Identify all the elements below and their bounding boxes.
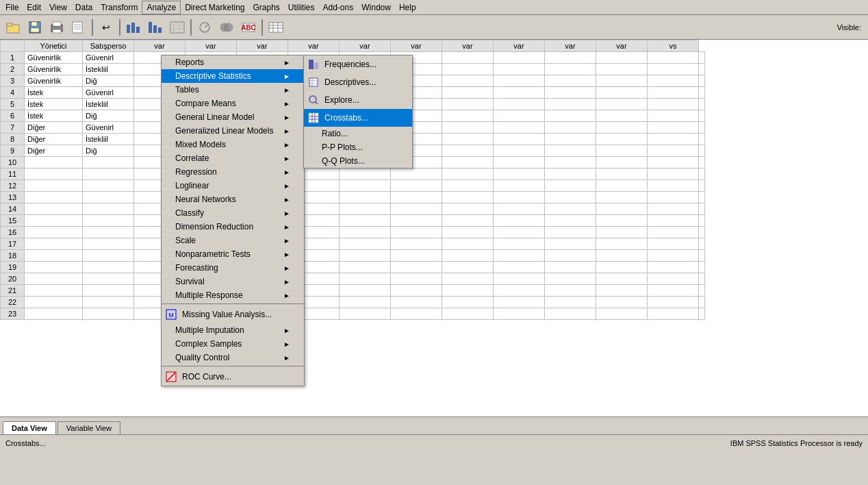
menu-ratio[interactable]: Ratio... xyxy=(304,127,412,140)
cell-col2[interactable] xyxy=(83,169,134,180)
cell-empty[interactable] xyxy=(648,180,699,192)
menu-frequencies[interactable]: Frequencies... xyxy=(304,55,412,73)
cell-empty[interactable] xyxy=(391,297,442,308)
cell-empty[interactable] xyxy=(596,157,648,169)
cell-col1[interactable]: Güvenirlik xyxy=(25,75,83,87)
report-button[interactable] xyxy=(68,18,89,37)
row-header[interactable]: 2 xyxy=(1,64,25,75)
cell-empty[interactable] xyxy=(442,110,494,122)
cell-empty[interactable] xyxy=(545,157,596,169)
cell-empty[interactable] xyxy=(442,134,494,145)
menu-descriptives[interactable]: Descriptives... xyxy=(304,73,412,91)
cell-empty[interactable] xyxy=(442,285,494,297)
row-header[interactable]: 6 xyxy=(1,110,25,122)
row-header[interactable]: 11 xyxy=(1,169,25,180)
cell-empty[interactable] xyxy=(391,285,442,297)
cell-col1[interactable] xyxy=(25,192,83,203)
cell-empty[interactable] xyxy=(545,122,596,134)
cell-empty[interactable] xyxy=(442,250,494,262)
cell-empty[interactable] xyxy=(699,227,705,238)
cell-empty[interactable] xyxy=(442,75,494,87)
cell-empty[interactable] xyxy=(391,262,442,273)
cell-empty[interactable] xyxy=(648,250,699,262)
cell-col2[interactable] xyxy=(83,297,134,308)
cell-col2[interactable]: Güvenirl xyxy=(83,52,134,64)
cell-empty[interactable] xyxy=(340,238,391,250)
chart-btn-2[interactable] xyxy=(145,18,166,37)
cell-empty[interactable] xyxy=(596,215,648,227)
col-header-6[interactable]: var xyxy=(288,40,340,52)
cell-empty[interactable] xyxy=(442,262,494,273)
menu-correlate[interactable]: Correlate► xyxy=(162,151,304,165)
row-header[interactable]: 23 xyxy=(1,308,25,320)
cell-col1[interactable] xyxy=(25,297,83,308)
row-header[interactable]: 19 xyxy=(1,262,25,273)
chart-btn-1[interactable] xyxy=(123,18,144,37)
data-view-button[interactable] xyxy=(266,18,286,37)
open-button[interactable] xyxy=(3,18,23,37)
cell-col2[interactable] xyxy=(83,273,134,285)
cell-empty[interactable] xyxy=(494,297,545,308)
menu-nonparametric[interactable]: Nonparametric Tests► xyxy=(162,247,304,261)
cell-col1[interactable] xyxy=(25,180,83,192)
menu-direct-marketing[interactable]: Direct Marketing xyxy=(181,1,248,14)
cell-empty[interactable] xyxy=(494,64,545,75)
cell-col2[interactable]: Diğ xyxy=(83,75,134,87)
compare-button[interactable] xyxy=(216,18,237,37)
row-header[interactable]: 15 xyxy=(1,215,25,227)
cell-empty[interactable] xyxy=(391,227,442,238)
print-button[interactable] xyxy=(47,18,67,37)
cell-col2[interactable] xyxy=(83,203,134,215)
cell-col1[interactable] xyxy=(25,227,83,238)
row-header[interactable]: 10 xyxy=(1,157,25,169)
cell-empty[interactable] xyxy=(648,64,699,75)
cell-empty[interactable] xyxy=(699,75,705,87)
cell-empty[interactable] xyxy=(648,203,699,215)
cell-empty[interactable] xyxy=(596,238,648,250)
cell-empty[interactable] xyxy=(596,203,648,215)
col-header-5[interactable]: var xyxy=(237,40,288,52)
row-header[interactable]: 18 xyxy=(1,250,25,262)
cell-empty[interactable] xyxy=(596,87,648,99)
cell-empty[interactable] xyxy=(545,99,596,110)
cell-empty[interactable] xyxy=(545,110,596,122)
cell-empty[interactable] xyxy=(596,110,648,122)
cell-empty[interactable] xyxy=(545,75,596,87)
cell-empty[interactable] xyxy=(442,308,494,320)
cell-empty[interactable] xyxy=(391,308,442,320)
cell-col2[interactable] xyxy=(83,250,134,262)
cell-empty[interactable] xyxy=(699,87,705,99)
cell-col2[interactable] xyxy=(83,308,134,320)
save-button[interactable] xyxy=(25,18,45,37)
cell-empty[interactable] xyxy=(442,192,494,203)
cell-col1[interactable] xyxy=(25,308,83,320)
cell-col1[interactable]: Güvenirlik xyxy=(25,64,83,75)
cell-empty[interactable] xyxy=(494,169,545,180)
cell-empty[interactable] xyxy=(340,262,391,273)
menu-forecasting[interactable]: Forecasting► xyxy=(162,261,304,275)
menu-classify[interactable]: Classify► xyxy=(162,206,304,220)
menu-glm[interactable]: General Linear Model► xyxy=(162,110,304,124)
cell-col2[interactable]: Güvenirl xyxy=(83,87,134,99)
cell-empty[interactable] xyxy=(340,180,391,192)
cell-empty[interactable] xyxy=(596,262,648,273)
cell-empty[interactable] xyxy=(545,180,596,192)
cell-empty[interactable] xyxy=(648,297,699,308)
cell-empty[interactable] xyxy=(442,169,494,180)
cell-empty[interactable] xyxy=(699,203,705,215)
row-header[interactable]: 8 xyxy=(1,134,25,145)
cell-col2[interactable] xyxy=(83,180,134,192)
cell-empty[interactable] xyxy=(545,285,596,297)
cell-empty[interactable] xyxy=(699,134,705,145)
cell-empty[interactable] xyxy=(494,180,545,192)
cell-col1[interactable]: Güvenirlik xyxy=(25,52,83,64)
cell-empty[interactable] xyxy=(699,308,705,320)
cell-empty[interactable] xyxy=(596,75,648,87)
cell-empty[interactable] xyxy=(442,99,494,110)
cell-empty[interactable] xyxy=(340,227,391,238)
cell-empty[interactable] xyxy=(340,169,391,180)
cell-col2[interactable] xyxy=(83,262,134,273)
cell-empty[interactable] xyxy=(545,192,596,203)
cell-empty[interactable] xyxy=(391,180,442,192)
scale-button[interactable] xyxy=(194,18,215,37)
